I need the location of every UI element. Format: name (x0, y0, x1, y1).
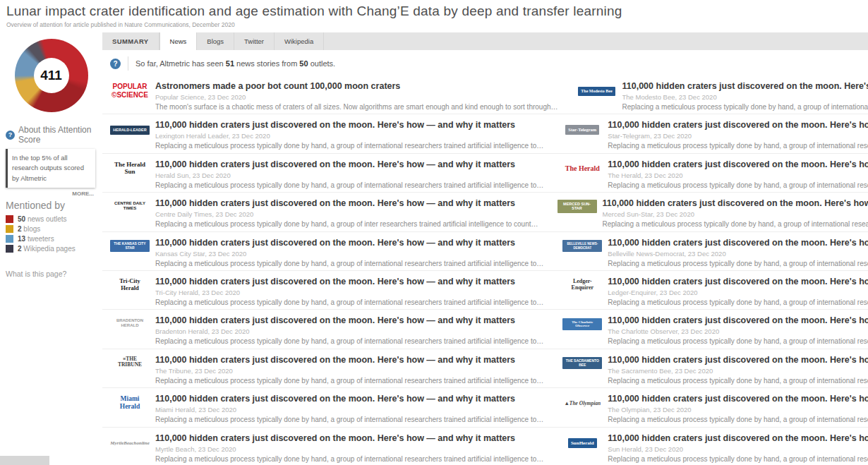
outlet-logo[interactable]: Star-Telegram (562, 121, 602, 152)
outlet-logo[interactable]: ▲The Olympian (562, 395, 602, 426)
news-title[interactable]: 110,000 hidden craters just discovered o… (155, 238, 543, 248)
outlet-logo-text: THE SACRAMENTO BEE (562, 357, 602, 370)
tab-wikipedia[interactable]: Wikipedia (275, 32, 324, 50)
news-snippet: Replacing a meticulous process typically… (608, 377, 868, 385)
news-snippet: Replacing a meticulous process typically… (622, 103, 868, 111)
news-list: POPULAR ©SCIENCE Astronomers made a poor… (102, 76, 868, 465)
sidebar: 411 ? About this Attention Score In the … (0, 32, 102, 465)
news-title[interactable]: 110,000 hidden craters just discovered o… (155, 120, 543, 130)
outlet-logo-text: Star-Telegram (565, 125, 599, 134)
help-icon[interactable]: ? (6, 131, 15, 140)
attention-score: 411 (40, 68, 62, 83)
tab-summary[interactable]: SUMMARY (102, 32, 159, 50)
tab-news[interactable]: News (159, 32, 198, 50)
mention-row[interactable]: 2 Wikipedia pages (6, 245, 97, 253)
outlet-logo[interactable]: The Herald Sun (110, 161, 150, 192)
outlet-logo-text: HERALD-LEADER (110, 126, 149, 134)
news-snippet: Replacing a meticulous process typically… (608, 181, 868, 189)
outlet-logo-text: ▲The Olympian (564, 401, 601, 407)
outlet-logo[interactable]: ≡THE TRIBUNE (110, 356, 150, 387)
news-snippet: Replacing a meticulous process typically… (155, 142, 543, 150)
news-title[interactable]: 110,000 hidden craters just discovered o… (155, 394, 543, 404)
outlet-logo-text: The Modesto Bee (578, 87, 615, 96)
outlet-logo-text: CENTRE DAILY TIMES (110, 201, 150, 211)
outlet-logo[interactable]: The Modesto Bee (577, 83, 617, 114)
main-content: SUMMARYNewsBlogsTwitterWikipedia ? So fa… (102, 32, 868, 465)
news-item: Tri-City Herald 110,000 hidden craters j… (102, 271, 555, 309)
news-title[interactable]: 110,000 hidden craters just discovered o… (608, 238, 868, 248)
news-title[interactable]: 110,000 hidden craters just discovered o… (608, 315, 868, 325)
outlet-logo[interactable]: POPULAR ©SCIENCE (110, 83, 150, 114)
news-title[interactable]: 110,000 hidden craters just discovered o… (155, 277, 543, 286)
news-item: The Modesto Bee 110,000 hidden craters j… (569, 76, 868, 114)
news-summary-text: So far, Altmetric has seen 51 news stori… (135, 59, 335, 68)
news-source-date: Miami Herald, 23 Dec 2020 (155, 406, 543, 413)
outlet-logo-text: The Herald Sun (110, 161, 150, 176)
news-source-date: Centre Daily Times, 23 Dec 2020 (155, 210, 538, 218)
more-link[interactable]: MORE... (0, 191, 94, 197)
news-title[interactable]: 110,000 hidden craters just discovered o… (608, 433, 868, 443)
outlet-logo-text: THE KANSAS CITY STAR (110, 240, 150, 253)
outlet-logo[interactable]: SunHerald (562, 435, 602, 465)
news-source-date: Belleville News-Democrat, 23 Dec 2020 (608, 250, 868, 258)
news-title[interactable]: 110,000 hidden craters just discovered o… (155, 355, 543, 365)
news-item: ▲The Olympian 110,000 hidden craters jus… (555, 388, 868, 426)
page-header: Lunar impact crater identification and a… (0, 0, 868, 32)
outlet-logo[interactable]: THE SACRAMENTO BEE (562, 356, 602, 387)
news-source-date: Merced Sun-Star, 23 Dec 2020 (603, 210, 868, 218)
news-title[interactable]: 110,000 hidden craters just discovered o… (603, 198, 868, 208)
news-snippet: Replacing a meticulous process typically… (155, 220, 538, 228)
tab-twitter[interactable]: Twitter (234, 32, 275, 50)
news-source-date: Lexington Herald Leader, 23 Dec 2020 (155, 132, 543, 140)
news-title[interactable]: 110,000 hidden craters just discovered o… (608, 159, 868, 169)
help-icon[interactable]: ? (110, 59, 121, 69)
outlets-count: 50 (299, 59, 308, 68)
news-item: ≡THE TRIBUNE 110,000 hidden craters just… (102, 349, 555, 387)
news-title[interactable]: 110,000 hidden craters just discovered o… (622, 81, 868, 91)
news-title[interactable]: 110,000 hidden craters just discovered o… (155, 198, 538, 208)
outlet-logo[interactable]: Tri-City Herald (110, 278, 150, 309)
news-title[interactable]: 110,000 hidden craters just discovered o… (155, 315, 543, 325)
mention-row[interactable]: 2 blogs (6, 225, 97, 233)
news-row: THE KANSAS CITY STAR 110,000 hidden crat… (102, 232, 868, 271)
what-is-this-page-link[interactable]: What is this page? (6, 270, 97, 278)
news-item: The Charlotte Observer 110,000 hidden cr… (555, 310, 868, 348)
news-row: Miami Herald 110,000 hidden craters just… (102, 388, 868, 427)
outlet-logo[interactable]: THE KANSAS CITY STAR (110, 239, 150, 270)
outlet-logo[interactable]: Ledger-Enquirer (562, 278, 602, 309)
tab-bar: SUMMARYNewsBlogsTwitterWikipedia (102, 32, 868, 50)
outlet-logo[interactable]: CENTRE DAILY TIMES (110, 200, 150, 231)
tab-blogs[interactable]: Blogs (197, 32, 234, 50)
outlet-logo[interactable]: The Herald (562, 161, 602, 192)
news-title[interactable]: 110,000 hidden craters just discovered o… (155, 159, 543, 169)
news-snippet: Replacing a meticulous process typically… (608, 416, 868, 423)
outlet-logo[interactable]: BRADENTON HERALD (110, 317, 150, 348)
news-snippet: Replacing a meticulous process typically… (155, 416, 543, 423)
news-title[interactable]: 110,000 hidden craters just discovered o… (608, 355, 868, 365)
outlet-logo[interactable]: HERALD-LEADER (110, 121, 150, 152)
news-title[interactable]: 110,000 hidden craters just discovered o… (608, 277, 868, 286)
mention-count: 13 (18, 235, 25, 243)
about-attention-score[interactable]: ? About this Attention Score (6, 125, 98, 145)
outlet-logo[interactable]: Miami Herald (110, 395, 150, 426)
news-title[interactable]: 110,000 hidden craters just discovered o… (155, 433, 543, 443)
outlet-logo[interactable]: MyrtleBeachonline (110, 435, 150, 465)
news-title[interactable]: 110,000 hidden craters just discovered o… (608, 120, 868, 130)
news-title[interactable]: 110,000 hidden craters just discovered o… (608, 394, 868, 404)
mention-row[interactable]: 13 tweeters (6, 235, 97, 243)
news-title[interactable]: Astronomers made a poor bot count 100,00… (155, 81, 558, 91)
news-snippet: Replacing a meticulous process typically… (608, 337, 868, 345)
news-snippet: The moon's surface is a chaotic mess of … (155, 103, 558, 111)
news-item: MERCED SUN-STAR 110,000 hidden craters j… (550, 193, 868, 231)
outlet-logo[interactable]: BELLEVILLE NEWS-DEMOCRAT (562, 239, 602, 270)
outlet-logo[interactable]: MERCED SUN-STAR (557, 200, 597, 231)
outlet-logo-text: The Charlotte Observer (562, 318, 602, 331)
news-row: POPULAR ©SCIENCE Astronomers made a poor… (102, 76, 868, 114)
news-source-date: The Sacramento Bee, 23 Dec 2020 (608, 367, 868, 375)
news-row: Tri-City Herald 110,000 hidden craters j… (102, 271, 868, 310)
mention-row[interactable]: 50 news outlets (6, 215, 97, 223)
outlet-logo[interactable]: The Charlotte Observer (562, 317, 602, 348)
mention-color-swatch (6, 235, 13, 243)
stories-count: 51 (226, 59, 234, 68)
news-snippet: Replacing a meticulous process typically… (608, 455, 868, 463)
